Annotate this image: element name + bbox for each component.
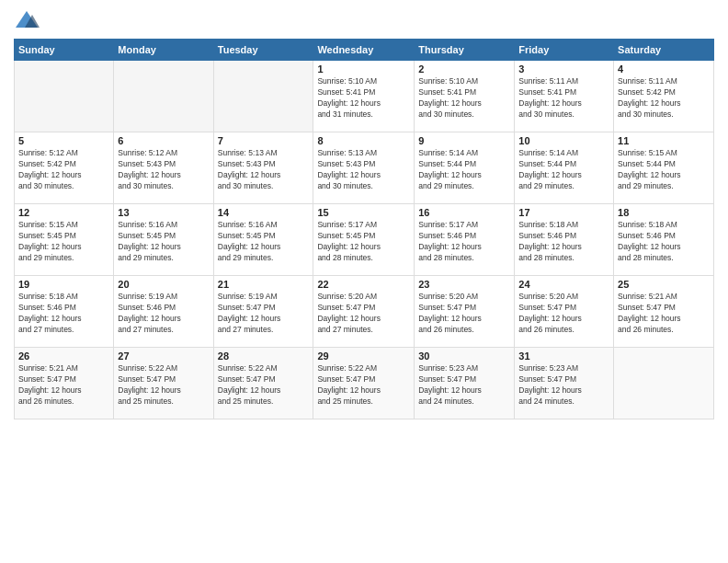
- day-info: Sunrise: 5:20 AMSunset: 5:47 PMDaylight:…: [418, 292, 510, 336]
- day-number: 5: [18, 135, 109, 146]
- day-number: 12: [18, 207, 109, 218]
- day-info: Sunrise: 5:12 AMSunset: 5:42 PMDaylight:…: [18, 148, 109, 192]
- weekday-header-monday: Monday: [114, 40, 213, 61]
- calendar-cell: 17Sunrise: 5:18 AMSunset: 5:46 PMDayligh…: [515, 204, 614, 276]
- day-number: 29: [317, 350, 410, 362]
- calendar-cell: 16Sunrise: 5:17 AMSunset: 5:46 PMDayligh…: [415, 204, 515, 276]
- calendar-cell: 30Sunrise: 5:23 AMSunset: 5:47 PMDayligh…: [415, 348, 515, 419]
- calendar-cell: 9Sunrise: 5:14 AMSunset: 5:44 PMDaylight…: [415, 132, 515, 204]
- day-info: Sunrise: 5:23 AMSunset: 5:47 PMDaylight:…: [518, 363, 609, 408]
- week-row-4: 19Sunrise: 5:18 AMSunset: 5:46 PMDayligh…: [15, 276, 714, 348]
- day-number: 4: [618, 63, 710, 75]
- day-info: Sunrise: 5:15 AMSunset: 5:44 PMDaylight:…: [618, 148, 710, 192]
- day-number: 10: [518, 135, 609, 146]
- calendar-cell: 26Sunrise: 5:21 AMSunset: 5:47 PMDayligh…: [15, 348, 114, 419]
- day-info: Sunrise: 5:21 AMSunset: 5:47 PMDaylight:…: [618, 292, 710, 336]
- day-number: 23: [418, 279, 510, 290]
- week-row-1: 1Sunrise: 5:10 AMSunset: 5:41 PMDaylight…: [15, 61, 714, 132]
- day-info: Sunrise: 5:18 AMSunset: 5:46 PMDaylight:…: [618, 220, 710, 264]
- day-info: Sunrise: 5:10 AMSunset: 5:41 PMDaylight:…: [317, 76, 410, 121]
- calendar-cell: 20Sunrise: 5:19 AMSunset: 5:46 PMDayligh…: [114, 276, 213, 348]
- calendar-cell: 27Sunrise: 5:22 AMSunset: 5:47 PMDayligh…: [114, 348, 213, 419]
- calendar-cell: 11Sunrise: 5:15 AMSunset: 5:44 PMDayligh…: [614, 132, 714, 204]
- day-info: Sunrise: 5:17 AMSunset: 5:46 PMDaylight:…: [418, 220, 510, 264]
- calendar-cell: 1Sunrise: 5:10 AMSunset: 5:41 PMDaylight…: [313, 61, 415, 132]
- day-info: Sunrise: 5:20 AMSunset: 5:47 PMDaylight:…: [317, 292, 410, 336]
- calendar-cell: [614, 348, 714, 419]
- day-info: Sunrise: 5:14 AMSunset: 5:44 PMDaylight:…: [518, 148, 609, 192]
- weekday-header-friday: Friday: [515, 40, 614, 61]
- week-row-3: 12Sunrise: 5:15 AMSunset: 5:45 PMDayligh…: [15, 204, 714, 276]
- calendar-cell: 21Sunrise: 5:19 AMSunset: 5:47 PMDayligh…: [213, 276, 313, 348]
- calendar-cell: 15Sunrise: 5:17 AMSunset: 5:45 PMDayligh…: [313, 204, 415, 276]
- calendar-cell: 4Sunrise: 5:11 AMSunset: 5:42 PMDaylight…: [614, 61, 714, 132]
- day-number: 2: [418, 63, 510, 75]
- calendar-cell: 28Sunrise: 5:22 AMSunset: 5:47 PMDayligh…: [213, 348, 313, 419]
- weekday-header-wednesday: Wednesday: [313, 40, 415, 61]
- logo-icon: [14, 9, 40, 31]
- day-number: 8: [317, 135, 410, 146]
- calendar-cell: 23Sunrise: 5:20 AMSunset: 5:47 PMDayligh…: [415, 276, 515, 348]
- day-info: Sunrise: 5:14 AMSunset: 5:44 PMDaylight:…: [418, 148, 510, 192]
- calendar-cell: 2Sunrise: 5:10 AMSunset: 5:41 PMDaylight…: [415, 61, 515, 132]
- calendar-cell: 31Sunrise: 5:23 AMSunset: 5:47 PMDayligh…: [515, 348, 614, 419]
- calendar-cell: 25Sunrise: 5:21 AMSunset: 5:47 PMDayligh…: [614, 276, 714, 348]
- day-number: 25: [618, 279, 710, 290]
- day-number: 3: [518, 63, 609, 75]
- day-number: 6: [118, 135, 209, 146]
- calendar-cell: 10Sunrise: 5:14 AMSunset: 5:44 PMDayligh…: [515, 132, 614, 204]
- day-number: 16: [418, 207, 510, 218]
- day-info: Sunrise: 5:13 AMSunset: 5:43 PMDaylight:…: [317, 148, 410, 192]
- day-number: 20: [118, 279, 209, 290]
- day-number: 14: [218, 207, 310, 218]
- calendar-cell: 22Sunrise: 5:20 AMSunset: 5:47 PMDayligh…: [313, 276, 415, 348]
- calendar-cell: 24Sunrise: 5:20 AMSunset: 5:47 PMDayligh…: [515, 276, 614, 348]
- day-number: 27: [118, 350, 209, 362]
- calendar-cell: 5Sunrise: 5:12 AMSunset: 5:42 PMDaylight…: [15, 132, 114, 204]
- day-number: 22: [317, 279, 410, 290]
- day-info: Sunrise: 5:12 AMSunset: 5:43 PMDaylight:…: [118, 148, 209, 192]
- weekday-header-row: SundayMondayTuesdayWednesdayThursdayFrid…: [15, 40, 714, 61]
- calendar-cell: [213, 61, 313, 132]
- day-info: Sunrise: 5:22 AMSunset: 5:47 PMDaylight:…: [218, 363, 310, 408]
- day-info: Sunrise: 5:22 AMSunset: 5:47 PMDaylight:…: [317, 363, 410, 408]
- day-info: Sunrise: 5:19 AMSunset: 5:46 PMDaylight:…: [118, 292, 209, 336]
- weekday-header-thursday: Thursday: [415, 40, 515, 61]
- calendar-cell: 13Sunrise: 5:16 AMSunset: 5:45 PMDayligh…: [114, 204, 213, 276]
- day-number: 24: [518, 279, 609, 290]
- day-info: Sunrise: 5:16 AMSunset: 5:45 PMDaylight:…: [118, 220, 209, 264]
- calendar-cell: 18Sunrise: 5:18 AMSunset: 5:46 PMDayligh…: [614, 204, 714, 276]
- weekday-header-sunday: Sunday: [15, 40, 114, 61]
- calendar-cell: 8Sunrise: 5:13 AMSunset: 5:43 PMDaylight…: [313, 132, 415, 204]
- day-info: Sunrise: 5:17 AMSunset: 5:45 PMDaylight:…: [317, 220, 410, 264]
- day-info: Sunrise: 5:15 AMSunset: 5:45 PMDaylight:…: [18, 220, 109, 264]
- calendar-cell: 29Sunrise: 5:22 AMSunset: 5:47 PMDayligh…: [313, 348, 415, 419]
- day-info: Sunrise: 5:22 AMSunset: 5:47 PMDaylight:…: [118, 363, 209, 408]
- day-info: Sunrise: 5:16 AMSunset: 5:45 PMDaylight:…: [218, 220, 310, 264]
- day-info: Sunrise: 5:11 AMSunset: 5:41 PMDaylight:…: [518, 76, 609, 121]
- calendar-cell: 12Sunrise: 5:15 AMSunset: 5:45 PMDayligh…: [15, 204, 114, 276]
- day-info: Sunrise: 5:21 AMSunset: 5:47 PMDaylight:…: [18, 363, 109, 408]
- day-number: 11: [618, 135, 710, 146]
- logo: [14, 9, 43, 31]
- calendar-table: SundayMondayTuesdayWednesdayThursdayFrid…: [14, 39, 714, 419]
- calendar-cell: [114, 61, 213, 132]
- day-number: 28: [218, 350, 310, 362]
- day-number: 31: [518, 350, 609, 362]
- day-info: Sunrise: 5:18 AMSunset: 5:46 PMDaylight:…: [518, 220, 609, 264]
- day-number: 30: [418, 350, 510, 362]
- day-number: 26: [18, 350, 109, 362]
- day-info: Sunrise: 5:23 AMSunset: 5:47 PMDaylight:…: [418, 363, 510, 408]
- header: [14, 9, 714, 31]
- day-number: 19: [18, 279, 109, 290]
- calendar-cell: 3Sunrise: 5:11 AMSunset: 5:41 PMDaylight…: [515, 61, 614, 132]
- weekday-header-tuesday: Tuesday: [213, 40, 313, 61]
- day-number: 17: [518, 207, 609, 218]
- day-info: Sunrise: 5:20 AMSunset: 5:47 PMDaylight:…: [518, 292, 609, 336]
- day-info: Sunrise: 5:10 AMSunset: 5:41 PMDaylight:…: [418, 76, 510, 121]
- calendar-cell: 19Sunrise: 5:18 AMSunset: 5:46 PMDayligh…: [15, 276, 114, 348]
- day-info: Sunrise: 5:19 AMSunset: 5:47 PMDaylight:…: [218, 292, 310, 336]
- page: SundayMondayTuesdayWednesdayThursdayFrid…: [0, 0, 728, 563]
- weekday-header-saturday: Saturday: [614, 40, 714, 61]
- day-number: 1: [317, 63, 410, 75]
